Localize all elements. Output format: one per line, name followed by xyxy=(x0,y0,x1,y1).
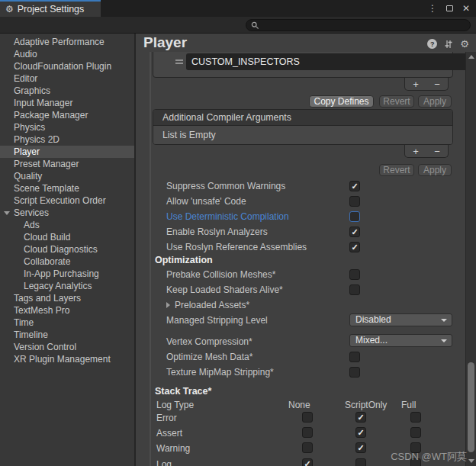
sidebar-item-in-app-purchasing[interactable]: In-App Purchasing xyxy=(0,268,134,280)
warning-row-label: Warning xyxy=(156,443,190,454)
apply-button[interactable]: Apply xyxy=(418,95,452,108)
sidebar-item-physics-2d[interactable]: Physics 2D xyxy=(0,133,134,146)
log-scriptonly-checkbox[interactable] xyxy=(355,458,366,466)
drag-handle-icon[interactable] xyxy=(175,59,183,64)
sidebar-item-physics[interactable]: Physics xyxy=(0,121,134,133)
define-symbol-field[interactable]: CUSTOM_INSPECTORS xyxy=(186,53,465,70)
sidebar-item-editor[interactable]: Editor xyxy=(0,72,134,85)
error-scriptonly-checkbox[interactable] xyxy=(355,412,366,423)
sidebar-item-player[interactable]: Player xyxy=(0,146,134,158)
enable-roslyn-analyzers-checkbox[interactable] xyxy=(349,227,360,237)
main-area: Adaptive Performance Audio CloudFoundati… xyxy=(0,34,476,466)
sidebar-item-graphics[interactable]: Graphics xyxy=(0,85,134,97)
add-button[interactable]: + xyxy=(413,146,419,156)
title-bar: ⚙ Project Settings ⋮ ✕ xyxy=(0,0,476,17)
use-roslyn-reference-assemblies-label: Use Roslyn Reference Assemblies xyxy=(166,242,307,252)
sidebar-item-services[interactable]: Services xyxy=(0,207,134,219)
sidebar-item-adaptive-performance[interactable]: Adaptive Performance xyxy=(0,36,134,48)
help-icon[interactable]: ? xyxy=(427,39,437,49)
preset-icon[interactable] xyxy=(444,40,453,49)
prebake-collision-meshes-checkbox[interactable] xyxy=(349,269,360,280)
revert-button[interactable]: Revert xyxy=(379,95,414,108)
managed-stripping-level-dropdown[interactable]: Disabled xyxy=(349,313,452,326)
sidebar-item-package-manager[interactable]: Package Manager xyxy=(0,109,134,121)
use-deterministic-compilation-checkbox[interactable] xyxy=(349,211,360,222)
sidebar-item-input-manager[interactable]: Input Manager xyxy=(0,97,134,109)
settings-sidebar: Adaptive Performance Audio CloudFoundati… xyxy=(0,34,134,466)
tab-project-settings[interactable]: ⚙ Project Settings xyxy=(0,0,101,17)
apply-button[interactable]: Apply xyxy=(418,164,452,176)
assert-none-checkbox[interactable] xyxy=(302,427,313,438)
keep-loaded-shaders-alive-label: Keep Loaded Shaders Alive* xyxy=(166,284,283,295)
add-button[interactable]: + xyxy=(413,79,419,89)
kebab-menu-icon[interactable]: ⋮ xyxy=(428,4,437,13)
search-field[interactable] xyxy=(246,19,471,31)
scroll-up-arrow-icon[interactable] xyxy=(468,55,474,59)
sidebar-item-cloud-build[interactable]: Cloud Build xyxy=(0,231,134,243)
sidebar-item-legacy-analytics[interactable]: Legacy Analytics xyxy=(0,280,134,292)
sidebar-item-timeline[interactable]: Timeline xyxy=(0,329,134,341)
project-settings-window: ⚙ Project Settings ⋮ ✕ Adaptive Performa… xyxy=(0,0,476,466)
define-list-footer: + − xyxy=(404,78,449,91)
allow-unsafe-code-label: Allow 'unsafe' Code xyxy=(166,196,246,207)
enable-roslyn-analyzers-label: Enable Roslyn Analyzers xyxy=(166,227,268,237)
header-icons: ? ⚙ xyxy=(427,39,469,49)
use-roslyn-reference-assemblies-checkbox[interactable] xyxy=(349,242,360,252)
sidebar-item-scene-template[interactable]: Scene Template xyxy=(0,182,134,194)
sidebar-item-cloud-diagnostics[interactable]: Cloud Diagnostics xyxy=(0,243,134,255)
revert-button[interactable]: Revert xyxy=(379,164,414,176)
sidebar-item-quality[interactable]: Quality xyxy=(0,170,134,182)
sidebar-item-audio[interactable]: Audio xyxy=(0,48,134,60)
scrollbar-thumb[interactable] xyxy=(468,362,474,452)
vertex-compression-dropdown[interactable]: Mixed... xyxy=(349,334,452,347)
sidebar-item-ads[interactable]: Ads xyxy=(0,219,134,231)
log-type-column-header: Log Type xyxy=(156,400,194,410)
window-controls: ⋮ ✕ xyxy=(428,0,476,17)
copy-defines-button[interactable]: Copy Defines xyxy=(309,95,374,108)
maximize-icon[interactable] xyxy=(446,5,453,11)
assert-full-checkbox[interactable] xyxy=(410,427,421,438)
sidebar-item-time[interactable]: Time xyxy=(0,317,134,329)
close-icon[interactable]: ✕ xyxy=(462,4,470,13)
suppress-common-warnings-checkbox[interactable] xyxy=(349,181,360,191)
preloaded-assets-label: Preloaded Assets* xyxy=(175,300,249,310)
error-full-checkbox[interactable] xyxy=(410,412,421,423)
sidebar-item-preset-manager[interactable]: Preset Manager xyxy=(0,158,134,170)
sidebar-item-collaborate[interactable]: Collaborate xyxy=(0,255,134,268)
sidebar-item-xr-plugin-management[interactable]: XR Plugin Management xyxy=(0,353,134,365)
warning-none-checkbox[interactable] xyxy=(302,442,313,453)
log-row-label: Log xyxy=(156,459,172,466)
scriptonly-column-header: ScriptOnly xyxy=(345,400,387,410)
foldout-open-icon[interactable] xyxy=(4,211,10,215)
search-icon xyxy=(251,21,259,30)
allow-unsafe-code-checkbox[interactable] xyxy=(349,196,360,207)
warning-scriptonly-checkbox[interactable] xyxy=(355,442,366,453)
error-none-checkbox[interactable] xyxy=(302,412,313,423)
compiler-arguments-list: Additional Compiler Arguments List is Em… xyxy=(153,109,453,145)
log-none-checkbox[interactable] xyxy=(302,458,313,466)
search-input[interactable] xyxy=(262,21,453,30)
sidebar-item-cloudfoundation-plugin[interactable]: CloudFoundation Plugin xyxy=(0,60,134,72)
keep-loaded-shaders-alive-checkbox[interactable] xyxy=(349,284,360,295)
remove-button[interactable]: − xyxy=(434,79,440,89)
vertical-scrollbar[interactable] xyxy=(465,52,476,466)
assert-scriptonly-checkbox[interactable] xyxy=(355,427,366,438)
sidebar-item-label: Services xyxy=(14,207,49,218)
error-row-label: Error xyxy=(156,413,177,423)
scroll-down-arrow-icon[interactable] xyxy=(468,459,474,463)
tab-title: Project Settings xyxy=(18,4,85,14)
optimize-mesh-data-checkbox[interactable] xyxy=(349,352,360,362)
settings-gear-icon[interactable]: ⚙ xyxy=(460,39,469,49)
compiler-arguments-empty: List is Empty xyxy=(153,126,452,145)
preloaded-assets-foldout[interactable]: Preloaded Assets* xyxy=(166,300,249,310)
texture-mipmap-stripping-checkbox[interactable] xyxy=(349,367,360,378)
gear-icon: ⚙ xyxy=(5,5,14,14)
optimize-mesh-data-label: Optimize Mesh Data* xyxy=(166,352,252,362)
sidebar-item-version-control[interactable]: Version Control xyxy=(0,341,134,353)
sidebar-item-tags-and-layers[interactable]: Tags and Layers xyxy=(0,292,134,304)
remove-button[interactable]: − xyxy=(434,146,440,156)
sidebar-item-textmesh-pro[interactable]: TextMesh Pro xyxy=(0,304,134,317)
optimization-header: Optimization xyxy=(155,255,213,265)
managed-stripping-level-label: Managed Stripping Level xyxy=(166,315,268,326)
sidebar-item-script-execution-order[interactable]: Script Execution Order xyxy=(0,194,134,207)
